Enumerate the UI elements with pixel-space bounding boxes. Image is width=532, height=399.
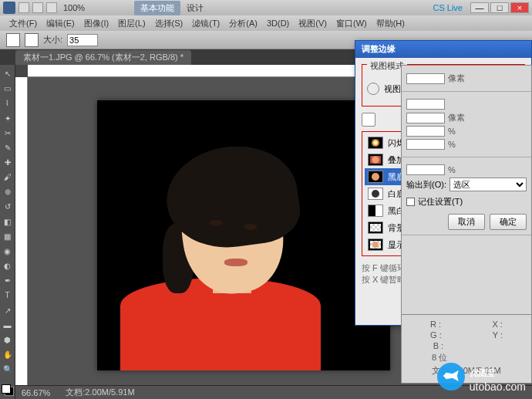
zoom-percent[interactable]: 100% bbox=[63, 3, 85, 12]
workspace-essentials-button[interactable]: 基本功能 bbox=[134, 1, 180, 15]
contrast-input[interactable] bbox=[406, 126, 445, 137]
eraser-tool-icon[interactable]: ◧ bbox=[1, 215, 15, 228]
px-unit: 像素 bbox=[448, 73, 465, 84]
layout-dropdown-icon[interactable] bbox=[32, 2, 43, 13]
radius-input[interactable] bbox=[406, 73, 445, 84]
window-titlebar: 100% 基本功能 设计 CS Live — □ × bbox=[0, 0, 532, 15]
tools-panel: ↖ ▭ ⌇ ✦ ✂ ✎ ✚ 🖌 ⊕ ↺ ◧ ▦ ◉ ◐ ✒ T ↗ ▬ ⬢ ✋ … bbox=[0, 65, 15, 399]
minimize-button[interactable]: — bbox=[470, 2, 489, 13]
shape-tool-icon[interactable]: ▬ bbox=[1, 319, 15, 332]
hand-tool-icon[interactable]: ✋ bbox=[1, 348, 15, 361]
zoom-icon[interactable] bbox=[367, 83, 379, 95]
status-docsize: 文档:2.00M/5.91M bbox=[66, 387, 134, 398]
menu-layer[interactable]: 图层(L) bbox=[115, 16, 148, 31]
path-tool-icon[interactable]: ↗ bbox=[1, 304, 15, 317]
maximize-button[interactable]: □ bbox=[490, 2, 509, 13]
history-brush-icon[interactable]: ↺ bbox=[1, 200, 15, 213]
app-dropdown-icon[interactable] bbox=[19, 2, 29, 13]
smooth-input[interactable] bbox=[406, 99, 445, 110]
color-swatch[interactable] bbox=[2, 384, 14, 396]
remember-checkbox[interactable]: 记住设置(T) bbox=[406, 196, 527, 208]
lasso-tool-icon[interactable]: ⌇ bbox=[1, 96, 15, 110]
cslive-link[interactable]: CS Live bbox=[433, 3, 463, 12]
output-select[interactable]: 选区 bbox=[450, 178, 527, 191]
refine-edge-sidepanel: 像素 像素 % % % 输出到(O): 选区 记住设置(T) 取消 确定 bbox=[401, 65, 532, 327]
dialog-title: 调整边缘 bbox=[355, 41, 531, 58]
size-label: 大小: bbox=[43, 34, 62, 46]
feather-input[interactable] bbox=[406, 113, 445, 123]
menu-help[interactable]: 帮助(H) bbox=[373, 16, 408, 31]
menu-image[interactable]: 图像(I) bbox=[81, 16, 112, 31]
zoom-tool-icon[interactable]: 🔍 bbox=[1, 363, 15, 376]
crop-tool-icon[interactable]: ✂ bbox=[1, 127, 15, 140]
vertical-ruler bbox=[15, 77, 28, 399]
shift-input[interactable] bbox=[406, 139, 445, 150]
brush-size-input[interactable] bbox=[67, 34, 98, 46]
ok-button[interactable]: 确定 bbox=[490, 214, 527, 230]
menu-analysis[interactable]: 分析(A) bbox=[226, 16, 261, 31]
main-menubar: 文件(F) 编辑(E) 图像(I) 图层(L) 选择(S) 滤镜(T) 分析(A… bbox=[0, 15, 532, 31]
document-tab[interactable]: 素材一1.JPG @ 66.7% (素材一2, RGB/8) * bbox=[15, 50, 191, 65]
eyedropper-tool-icon[interactable]: ✎ bbox=[1, 141, 15, 154]
decon-input[interactable] bbox=[406, 164, 445, 175]
ps-logo-icon bbox=[3, 2, 15, 14]
tool-preset-icon[interactable] bbox=[6, 33, 20, 47]
menu-view[interactable]: 视图(V) bbox=[295, 16, 330, 31]
marquee-tool-icon[interactable]: ▭ bbox=[1, 82, 15, 95]
output-label: 输出到(O): bbox=[406, 179, 446, 191]
cancel-button[interactable]: 取消 bbox=[448, 214, 485, 230]
screen-dropdown-icon[interactable] bbox=[46, 2, 57, 13]
brush-sample-icon[interactable] bbox=[25, 33, 39, 47]
stamp-tool-icon[interactable]: ⊕ bbox=[1, 185, 15, 198]
move-tool-icon[interactable]: ↖ bbox=[1, 67, 15, 80]
status-zoom[interactable]: 66.67% bbox=[22, 388, 50, 397]
close-button[interactable]: × bbox=[510, 2, 529, 13]
workspace-design-button[interactable]: 设计 bbox=[187, 2, 204, 14]
watermark-domain: utobao.com bbox=[470, 380, 526, 393]
type-tool-icon[interactable]: T bbox=[1, 289, 15, 302]
subject-cutout bbox=[120, 147, 321, 370]
pen-tool-icon[interactable]: ✒ bbox=[1, 274, 15, 287]
menu-3d[interactable]: 3D(D) bbox=[264, 17, 292, 29]
fg-color-icon[interactable] bbox=[2, 384, 11, 394]
dodge-tool-icon[interactable]: ◐ bbox=[1, 259, 15, 272]
watermark: 优图宝 utobao.com bbox=[437, 360, 526, 393]
brush-tool-icon[interactable]: 🖌 bbox=[1, 171, 15, 184]
menu-window[interactable]: 窗口(W) bbox=[333, 16, 370, 31]
watermark-name: 优图宝 bbox=[470, 368, 495, 377]
blur-tool-icon[interactable]: ◉ bbox=[1, 245, 15, 258]
document-image bbox=[97, 100, 390, 370]
menu-select[interactable]: 选择(S) bbox=[152, 16, 187, 31]
refine-brush-icon[interactable] bbox=[362, 113, 375, 127]
3d-tool-icon[interactable]: ⬢ bbox=[1, 333, 15, 347]
menu-file[interactable]: 文件(F) bbox=[6, 16, 40, 31]
gradient-tool-icon[interactable]: ▦ bbox=[1, 230, 15, 243]
healing-tool-icon[interactable]: ✚ bbox=[1, 156, 15, 169]
quick-select-tool-icon[interactable]: ✦ bbox=[1, 111, 15, 124]
bird-icon bbox=[437, 363, 465, 391]
menu-edit[interactable]: 编辑(E) bbox=[43, 16, 78, 31]
menu-filter[interactable]: 滤镜(T) bbox=[189, 16, 223, 31]
